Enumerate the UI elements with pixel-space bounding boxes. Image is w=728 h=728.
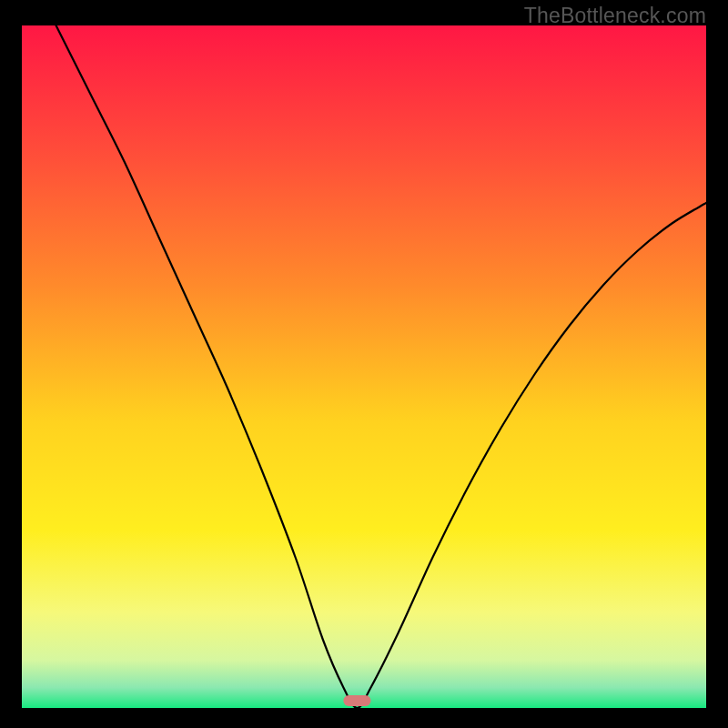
chart-container: TheBottleneck.com [0, 0, 728, 728]
optimum-marker [343, 695, 370, 706]
watermark-text: TheBottleneck.com [524, 4, 706, 28]
bottleneck-chart [22, 25, 706, 708]
gradient-background [22, 25, 706, 708]
